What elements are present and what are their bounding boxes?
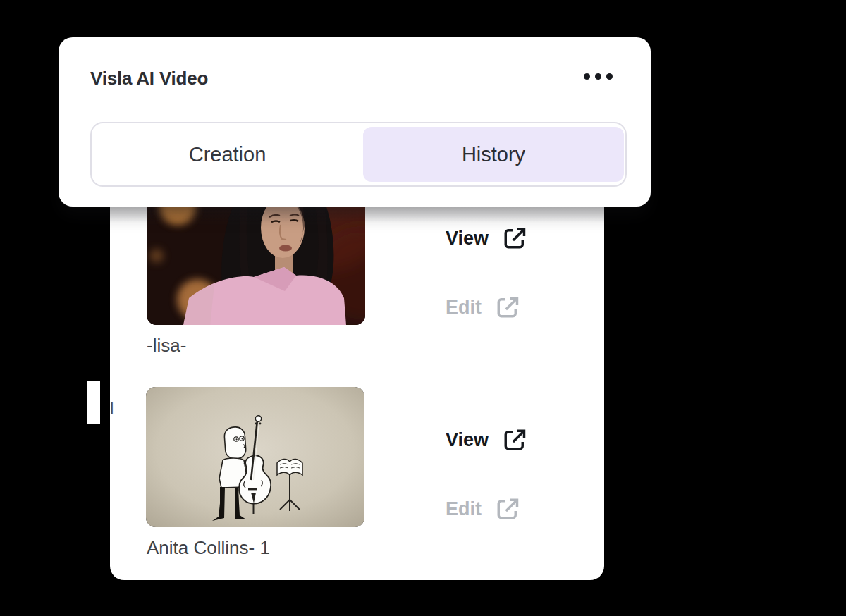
ellipsis-icon xyxy=(606,73,613,80)
clipped-text-fragment: l xyxy=(110,400,114,417)
tab-creation[interactable]: Creation xyxy=(92,123,363,185)
cartoon-bass-player-image xyxy=(146,387,364,527)
edit-label: Edit xyxy=(446,498,482,520)
more-options-button[interactable] xyxy=(580,69,617,84)
tab-creation-label: Creation xyxy=(189,143,266,166)
external-link-icon xyxy=(495,496,520,522)
view-button[interactable]: View xyxy=(446,427,527,452)
tab-history[interactable]: History xyxy=(363,127,624,182)
video-title: -lisa- xyxy=(147,335,186,355)
card-title: Visla AI Video xyxy=(90,68,208,90)
external-link-icon xyxy=(502,226,527,251)
video-thumbnail-lisa[interactable] xyxy=(147,186,365,325)
view-label: View xyxy=(446,429,489,451)
video-thumbnail-anita-collins[interactable] xyxy=(146,387,364,527)
video-title: Anita Collins- 1 xyxy=(147,538,270,558)
woman-portrait-image xyxy=(147,186,365,325)
view-button[interactable]: View xyxy=(446,226,527,251)
external-link-icon xyxy=(495,295,520,320)
history-panel: l xyxy=(110,186,604,580)
background-artifact-bar xyxy=(87,381,100,424)
edit-label: Edit xyxy=(446,297,482,319)
external-link-icon xyxy=(502,427,527,452)
edit-button[interactable]: Edit xyxy=(446,496,520,522)
tab-switcher: Creation History xyxy=(90,122,627,187)
visla-ai-video-card: Visla AI Video Creation History xyxy=(59,37,651,207)
ellipsis-icon xyxy=(584,73,590,80)
black-backdrop: l xyxy=(0,0,846,616)
edit-button[interactable]: Edit xyxy=(446,295,520,320)
view-label: View xyxy=(446,228,489,250)
tab-history-label: History xyxy=(462,143,525,166)
ellipsis-icon xyxy=(595,73,601,80)
